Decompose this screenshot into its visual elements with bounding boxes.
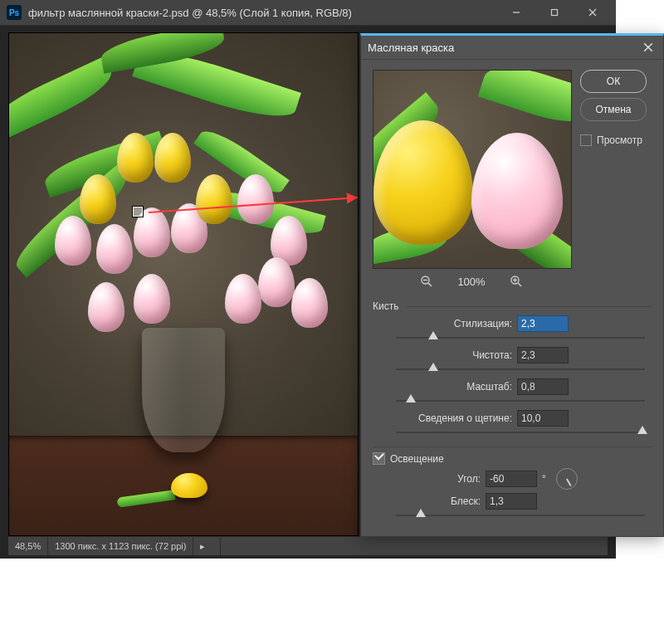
dialog-titlebar[interactable]: Масляная краска — [361, 36, 663, 60]
svg-line-8 — [428, 283, 432, 286]
preview-checkbox-label: Просмотр — [597, 134, 642, 146]
minimize-button[interactable] — [498, 1, 535, 24]
bristle-detail-input[interactable]: 10,0 — [517, 410, 569, 427]
stylization-label: Стилизация: — [373, 318, 512, 329]
dialog-close-button[interactable] — [640, 39, 657, 56]
document-canvas[interactable] — [8, 32, 359, 536]
cleanliness-label: Чистота: — [373, 349, 512, 361]
zoom-in-icon[interactable] — [509, 274, 524, 289]
param-angle: Угол: -60 ° — [373, 468, 652, 490]
bristle-detail-label: Сведения о щетине: — [373, 412, 512, 424]
svg-rect-1 — [552, 10, 558, 16]
status-doc-info: 1300 пикс. x 1123 пикс. (72 ppi) — [48, 537, 193, 555]
param-bristle-detail: Сведения о щетине: 10,0 — [373, 410, 652, 438]
brush-section-title: Кисть — [373, 300, 652, 312]
status-bar: 48,5% 1300 пикс. x 1123 пикс. (72 ppi) ▸ — [8, 536, 608, 555]
shine-input[interactable]: 1,3 — [486, 493, 537, 510]
scale-input[interactable]: 0,8 — [517, 378, 569, 395]
ps-logo-icon: Ps — [7, 5, 22, 20]
maximize-button[interactable] — [536, 1, 573, 24]
param-stylization: Стилизация: 2,3 — [373, 315, 652, 344]
svg-line-11 — [518, 283, 521, 286]
angle-knob[interactable] — [556, 468, 578, 490]
status-menu-arrow-icon[interactable]: ▸ — [193, 537, 221, 555]
angle-degree-suffix: ° — [542, 473, 546, 485]
angle-input[interactable]: -60 — [486, 471, 537, 487]
scale-slider[interactable] — [396, 395, 645, 407]
close-button[interactable] — [574, 1, 611, 24]
param-scale: Масштаб: 0,8 — [373, 378, 652, 407]
cancel-button[interactable]: Отмена — [580, 98, 647, 121]
shine-slider[interactable] — [396, 510, 645, 521]
cleanliness-input[interactable]: 2,3 — [517, 347, 569, 363]
oil-paint-dialog: Масляная краска 100% — [360, 33, 664, 537]
filter-preview[interactable] — [373, 70, 572, 269]
lighting-enable-checkbox[interactable] — [373, 452, 385, 465]
angle-label: Угол: — [373, 473, 481, 485]
dialog-title: Масляная краска — [368, 41, 454, 54]
bristle-detail-slider[interactable] — [396, 427, 645, 438]
cleanliness-slider[interactable] — [396, 363, 645, 375]
stylization-slider[interactable] — [396, 332, 645, 344]
window-title: фильтр маслянной краски-2.psd @ 48,5% (С… — [28, 7, 498, 19]
stylization-input[interactable]: 2,3 — [517, 315, 569, 332]
scale-label: Масштаб: — [373, 381, 512, 393]
ok-button[interactable]: ОК — [580, 70, 647, 93]
zoom-level: 100% — [457, 276, 485, 288]
zoom-out-icon[interactable] — [419, 274, 434, 289]
param-cleanliness: Чистота: 2,3 — [373, 347, 652, 375]
preview-checkbox[interactable] — [580, 134, 592, 146]
titlebar[interactable]: Ps фильтр маслянной краски-2.psd @ 48,5%… — [0, 0, 616, 26]
status-zoom[interactable]: 48,5% — [8, 537, 48, 555]
shine-label: Блеск: — [373, 495, 481, 507]
preview-sample-marker[interactable] — [132, 206, 144, 217]
lighting-section-title: Освещение — [373, 452, 652, 465]
param-shine: Блеск: 1,3 — [373, 493, 652, 521]
